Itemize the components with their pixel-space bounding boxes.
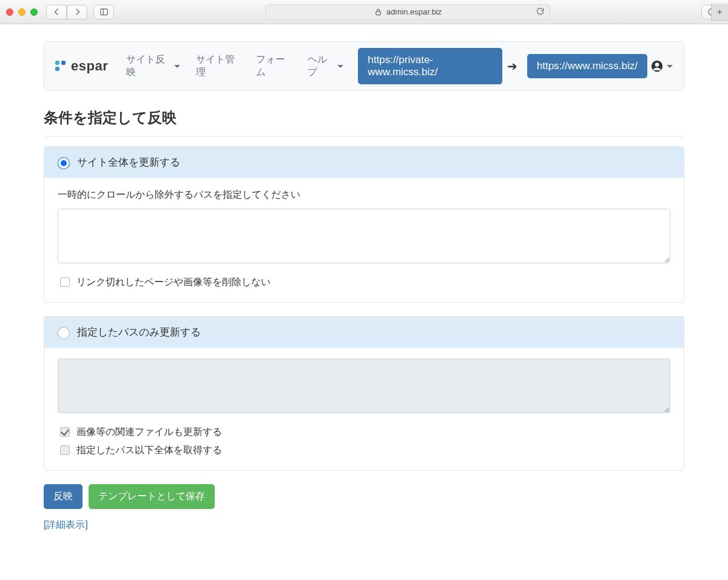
update-related-label: 画像等の関連ファイルも更新する bbox=[76, 426, 222, 439]
brand-text: espar bbox=[71, 58, 108, 74]
recurse-paths-label: 指定したパス以下全体を取得する bbox=[76, 444, 222, 457]
browser-chrome: admin.espar.biz + bbox=[0, 0, 728, 24]
divider bbox=[44, 136, 684, 137]
nav-form[interactable]: フォーム bbox=[250, 49, 298, 84]
app-navbar: espar サイト反映 サイト管理 フォーム ヘルプ https://priva… bbox=[44, 41, 684, 91]
excludes-label: 一時的にクロールから除外するパスを指定してください bbox=[58, 189, 670, 201]
update-related-files-checkbox[interactable] bbox=[60, 427, 70, 437]
source-site-chip[interactable]: https://private-www.micss.biz/ bbox=[358, 48, 502, 84]
forward-button[interactable] bbox=[67, 5, 87, 19]
new-tab-button[interactable]: + bbox=[711, 4, 728, 21]
svg-rect-0 bbox=[100, 9, 107, 15]
radio-specified-paths[interactable] bbox=[58, 328, 69, 339]
page-title: 条件を指定して反映 bbox=[44, 108, 684, 127]
nav-back-forward bbox=[46, 5, 87, 19]
caret-down-icon bbox=[667, 65, 673, 68]
caret-down-icon bbox=[174, 65, 180, 68]
exclude-paths-textarea[interactable] bbox=[58, 209, 670, 263]
no-delete-label: リンク切れしたページや画像等を削除しない bbox=[76, 276, 271, 289]
radio-full-site-label: サイト全体を更新する bbox=[77, 155, 180, 169]
back-button[interactable] bbox=[46, 5, 67, 19]
address-bar[interactable]: admin.espar.biz bbox=[265, 4, 550, 20]
nav-help[interactable]: ヘルプ bbox=[302, 49, 349, 84]
user-avatar-icon bbox=[651, 60, 663, 72]
advanced-toggle-link[interactable]: [詳細表示] bbox=[44, 519, 684, 531]
nav-site-reflect[interactable]: サイト反映 bbox=[120, 49, 186, 84]
brand-mark-icon bbox=[55, 61, 66, 72]
address-url: admin.espar.biz bbox=[386, 7, 442, 16]
arrow-right-icon: ➔ bbox=[507, 59, 517, 73]
radio-specified-paths-label: 指定したパスのみ更新する bbox=[77, 325, 201, 339]
panel-specified-paths: 指定したパスのみ更新する 画像等の関連ファイルも更新する 指定したパス以下全体を… bbox=[44, 316, 684, 471]
caret-down-icon bbox=[337, 65, 343, 68]
user-menu[interactable] bbox=[651, 60, 673, 72]
brand-logo[interactable]: espar bbox=[55, 58, 108, 74]
save-template-button[interactable]: テンプレートとして保存 bbox=[89, 484, 215, 509]
close-window-icon[interactable] bbox=[6, 8, 13, 16]
target-site-chip[interactable]: https://www.micss.biz/ bbox=[527, 54, 647, 78]
recurse-paths-checkbox[interactable] bbox=[60, 445, 70, 455]
nav-site-manage[interactable]: サイト管理 bbox=[190, 49, 247, 84]
maximize-window-icon[interactable] bbox=[30, 8, 38, 16]
svg-rect-2 bbox=[376, 12, 381, 15]
panel-full-site: サイト全体を更新する 一時的にクロールから除外するパスを指定してください リンク… bbox=[44, 146, 684, 303]
reload-button[interactable] bbox=[536, 7, 545, 18]
window-traffic-lights bbox=[6, 8, 38, 16]
specified-paths-textarea[interactable] bbox=[58, 359, 670, 413]
lock-icon bbox=[374, 7, 383, 16]
apply-button[interactable]: 反映 bbox=[44, 484, 83, 509]
minimize-window-icon[interactable] bbox=[18, 8, 25, 16]
no-delete-checkbox[interactable] bbox=[60, 277, 70, 287]
sidebar-toggle-button[interactable] bbox=[93, 5, 114, 19]
radio-full-site[interactable] bbox=[58, 158, 69, 169]
svg-point-7 bbox=[655, 62, 659, 67]
